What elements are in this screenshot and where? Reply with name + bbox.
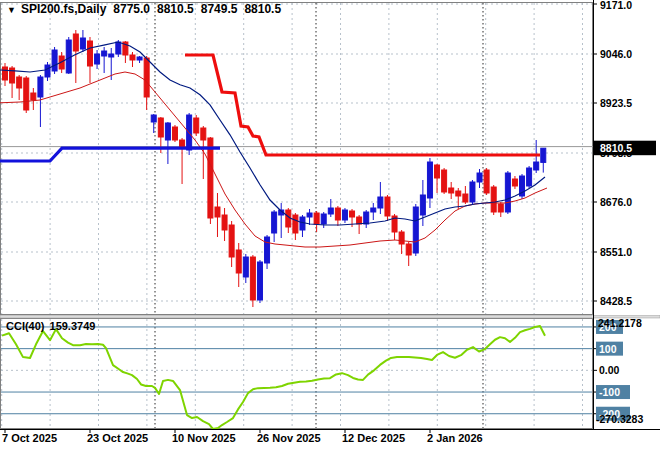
candle-body (80, 38, 85, 49)
candle-body (144, 58, 149, 97)
candle-body (3, 67, 8, 80)
candle-body (257, 262, 262, 300)
candle-body (350, 211, 355, 217)
cci-level-label: -100 (599, 386, 620, 398)
candle-body (73, 34, 78, 51)
candle-body (243, 257, 248, 277)
candle-body (364, 212, 369, 224)
candle-body (427, 162, 432, 198)
date-axis-label: 7 Oct 2025 (2, 432, 57, 444)
date-axis-label: 2 Jan 2026 (427, 432, 483, 444)
candle-body (17, 77, 22, 88)
candle-body (498, 204, 503, 212)
candle-body (137, 57, 142, 60)
candle-body (38, 77, 43, 97)
mt4-chart-window: 9171.09046.08923.58798.58676.08551.08428… (0, 0, 660, 450)
candle-body (321, 214, 326, 224)
candle-body (541, 148, 546, 162)
date-axis-label: 23 Oct 2025 (87, 432, 148, 444)
price-axis-label: 9171.0 (600, 0, 632, 11)
candle-body (201, 128, 206, 140)
candle-body (102, 51, 107, 56)
current-price-label: 8810.5 (600, 142, 632, 154)
candle-body (477, 173, 482, 182)
candle-body (371, 208, 376, 212)
candle-body (512, 179, 517, 186)
candle-body (378, 197, 383, 208)
price-axis-label: 8551.0 (600, 246, 632, 258)
date-axis-label: 12 Dec 2025 (342, 432, 405, 444)
candle-body (435, 165, 440, 178)
ohlc-low: 8749.5 (201, 2, 238, 16)
candle-body (385, 197, 390, 216)
candle-body (399, 232, 404, 244)
ohlc-close: 8810.5 (244, 2, 281, 16)
candle-body (222, 215, 227, 230)
candle-body (250, 257, 255, 300)
candle-body (66, 40, 71, 73)
candle-body (165, 123, 170, 140)
cci-scale-min-label: -270.3283 (596, 413, 643, 425)
indicator-label: CCI(40)159.3749 (6, 320, 95, 332)
candle-body (342, 210, 347, 220)
candle-body (87, 41, 92, 66)
price-axis-label: 8923.5 (600, 97, 632, 109)
candle-body (24, 78, 29, 110)
candle-body (52, 50, 57, 71)
date-axis-label: 10 Nov 2025 (172, 432, 236, 444)
indicator-value: 159.3749 (50, 320, 96, 332)
candle-body (470, 182, 475, 202)
price-axis-label: 9046.0 (600, 48, 632, 60)
cci-scale-max-label: 241.2178 (598, 317, 642, 329)
candle-body (95, 54, 100, 64)
candle-body (31, 93, 36, 100)
candle-body (463, 194, 468, 202)
candle-body (491, 187, 496, 212)
candle-body (456, 191, 461, 196)
indicator-name: CCI(40) (6, 320, 45, 332)
symbol-dropdown-icon[interactable]: ▼ (7, 5, 16, 15)
candle-body (357, 217, 362, 224)
candle-body (208, 138, 213, 218)
candle-body (116, 42, 121, 54)
candle-body (172, 127, 177, 140)
candle-body (158, 118, 163, 137)
candle-body (109, 54, 114, 57)
candle-body (527, 168, 532, 186)
panel-splitter[interactable] (0, 316, 660, 318)
candle-body (293, 215, 298, 233)
candle-body (413, 207, 418, 253)
indicator-panel-frame[interactable] (1, 319, 593, 429)
price-chart-canvas[interactable]: 9171.09046.08923.58798.58676.08551.08428… (0, 0, 660, 450)
candle-body (236, 250, 241, 273)
candle-body (484, 170, 489, 193)
candle-body (328, 208, 333, 214)
candle-body (272, 212, 277, 233)
chart-ohlc-header: ▼SPI200.fs,Daily8775.08810.58749.58810.5 (7, 2, 281, 16)
cci-level-label: 100 (599, 343, 617, 355)
candle-body (45, 65, 50, 77)
candle-body (314, 213, 319, 224)
ohlc-high: 8810.5 (157, 2, 194, 16)
candle-body (130, 55, 135, 60)
candle-body (534, 162, 539, 170)
candle-body (229, 225, 234, 257)
price-axis-label: 8676.0 (600, 196, 632, 208)
candle-body (265, 237, 270, 263)
candle-body (420, 195, 425, 215)
candle-body (307, 213, 312, 217)
ohlc-open: 8775.0 (113, 2, 150, 16)
candle-body (335, 208, 340, 220)
cci-level-label: 0.00 (599, 364, 620, 376)
candle-body (442, 170, 447, 192)
price-axis-label: 8428.5 (600, 295, 632, 307)
candle-body (151, 115, 156, 122)
candle-body (406, 244, 411, 255)
candle-body (300, 217, 305, 230)
candle-body (215, 207, 220, 217)
candle-body (505, 173, 510, 212)
candle-body (449, 188, 454, 193)
symbol-timeframe-label: SPI200.fs,Daily (21, 2, 106, 16)
date-axis-label: 26 Nov 2025 (257, 432, 321, 444)
candle-body (194, 118, 199, 133)
